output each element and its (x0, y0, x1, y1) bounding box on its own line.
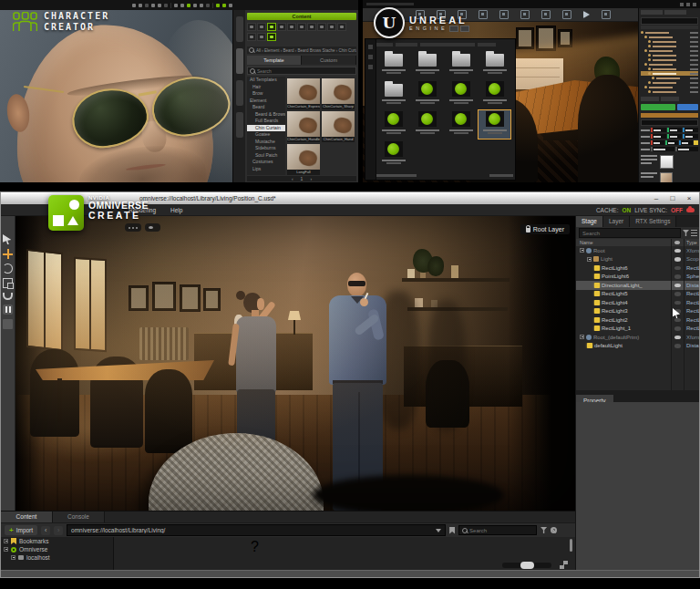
cinematics-icon[interactable] (541, 10, 551, 19)
close-button[interactable]: × (683, 193, 695, 203)
rotate-icon[interactable] (3, 264, 13, 274)
import-button[interactable]: +Import (5, 525, 37, 535)
add-new-button[interactable] (376, 43, 393, 46)
toolbar-icon[interactable] (132, 4, 136, 7)
toolbar-icon[interactable] (145, 4, 149, 7)
toolbar-icon[interactable] (229, 4, 232, 7)
build-icon[interactable] (562, 10, 571, 19)
side-tab-active[interactable] (236, 48, 243, 74)
settings-icon[interactable] (499, 10, 509, 19)
expander-icon[interactable] (4, 547, 8, 552)
file-tile[interactable] (382, 539, 409, 566)
scale-z-field[interactable] (679, 140, 693, 145)
toolbar-icon[interactable] (164, 4, 168, 7)
stage-tree-row[interactable]: defaultLight DistantLight (576, 342, 700, 351)
file-tile[interactable] (316, 539, 344, 566)
visibility-eye-icon[interactable] (674, 301, 681, 305)
asset-tile[interactable] (479, 80, 510, 108)
toolbar-icon-active[interactable] (216, 4, 220, 7)
panel-icon[interactable] (287, 23, 296, 31)
visibility-eye-icon[interactable] (674, 292, 681, 296)
import-button[interactable] (396, 43, 417, 46)
close-button[interactable] (693, 3, 696, 6)
panel-icon-active[interactable] (267, 23, 276, 31)
file-tile[interactable] (349, 539, 376, 566)
stage-tree-row[interactable]: Root_(defaultPrim) Xform (576, 333, 700, 342)
panel-tab[interactable]: Layer (603, 216, 630, 227)
beard-thumbnail[interactable]: LongFull (287, 144, 320, 175)
asset-tile[interactable] (377, 80, 409, 108)
stage-tree-row[interactable]: Light Scope (576, 255, 700, 264)
asset-tile[interactable] (445, 80, 477, 108)
path-input[interactable] (67, 527, 436, 533)
tree-item[interactable]: Brow (247, 90, 285, 98)
file-tile[interactable] (119, 539, 147, 566)
visibility-eye-icon[interactable] (674, 266, 681, 271)
visibility-eye-icon[interactable] (674, 336, 681, 340)
panel-icon-active[interactable] (267, 33, 276, 41)
tree-item[interactable]: Element (247, 98, 285, 105)
asset-tile[interactable] (445, 50, 477, 78)
expander-icon[interactable] (11, 555, 15, 560)
static-mesh-thumbnail[interactable] (660, 155, 674, 169)
toolbar-icon-active[interactable] (187, 4, 190, 7)
tree-item[interactable]: Full Beards (247, 118, 285, 125)
stage-tree-row[interactable]: RectLight6 RectLight (576, 264, 700, 273)
panel-tab[interactable]: Template (247, 56, 302, 65)
tree-item[interactable]: Sideburns (247, 145, 285, 152)
details-search-input[interactable] (641, 119, 698, 126)
tree-item[interactable]: localhost (1, 553, 113, 562)
scale-y-field[interactable] (665, 140, 679, 145)
chevron-down-icon[interactable] (436, 529, 441, 532)
ue-sources-strip[interactable] (365, 39, 376, 180)
details-tab[interactable] (641, 97, 659, 101)
thumbnail-size-slider[interactable] (502, 563, 551, 568)
add-component-button[interactable] (641, 104, 675, 110)
scrollbar[interactable] (570, 539, 572, 552)
toolbar-icon[interactable] (158, 4, 161, 7)
stage-tree-row[interactable]: RectLight2 RectLight (576, 315, 700, 325)
outliner-row[interactable] (641, 89, 698, 94)
file-tile[interactable] (218, 539, 245, 566)
selected-component-row[interactable] (641, 113, 698, 118)
scale-icon[interactable] (3, 278, 13, 288)
rotation-z-field[interactable] (683, 134, 698, 139)
visibility-eye-icon[interactable] (674, 249, 681, 253)
side-tab[interactable] (236, 80, 243, 106)
maximize-button[interactable]: □ (666, 193, 679, 203)
mobility-field[interactable] (651, 147, 674, 151)
toolbar-icon[interactable] (193, 4, 197, 7)
slider-handle[interactable] (520, 562, 534, 569)
beard-thumbnail[interactable]: ChinCurtain_Express (287, 78, 320, 109)
panel-icon[interactable] (307, 23, 316, 31)
beard-thumbnail[interactable]: ChinCurtain_Handle (287, 111, 320, 142)
marketplace-icon[interactable] (479, 10, 488, 19)
mobility-field2[interactable] (675, 147, 699, 151)
beard-thumbnail[interactable]: ChinCurtain_Hand (322, 111, 355, 142)
rotation-x-field[interactable] (651, 134, 666, 139)
asset-tile[interactable] (377, 140, 409, 169)
launch-icon[interactable] (602, 10, 611, 19)
panel-icon[interactable] (337, 23, 346, 31)
visibility-eye-icon[interactable] (674, 326, 681, 331)
panel-tab[interactable]: Content (1, 512, 53, 522)
cb-path-bar[interactable] (420, 43, 475, 46)
tree-item[interactable]: Hair (247, 84, 285, 91)
panel-tab[interactable]: Stage (576, 216, 603, 227)
bookmark-icon[interactable] (449, 527, 455, 534)
select-icon[interactable] (3, 234, 13, 244)
beard-thumbnail[interactable]: ChinCurtain_Sharp (322, 78, 355, 109)
asset-tile[interactable] (411, 50, 443, 78)
maximize-button[interactable] (686, 3, 690, 6)
stage-tree-row[interactable]: Root Xform (576, 246, 700, 255)
tree-item[interactable]: Omniverse (1, 545, 113, 553)
minimize-button[interactable]: – (650, 193, 663, 203)
blueprint-button[interactable] (677, 104, 698, 110)
asset-tile[interactable] (411, 110, 443, 139)
location-x-field[interactable] (651, 128, 666, 132)
toolbar-icon[interactable] (151, 4, 155, 7)
toolbar-icon[interactable] (200, 4, 203, 7)
cb-filter-button[interactable] (478, 43, 496, 46)
gear-icon[interactable] (551, 527, 557, 533)
file-tile[interactable] (283, 539, 311, 566)
